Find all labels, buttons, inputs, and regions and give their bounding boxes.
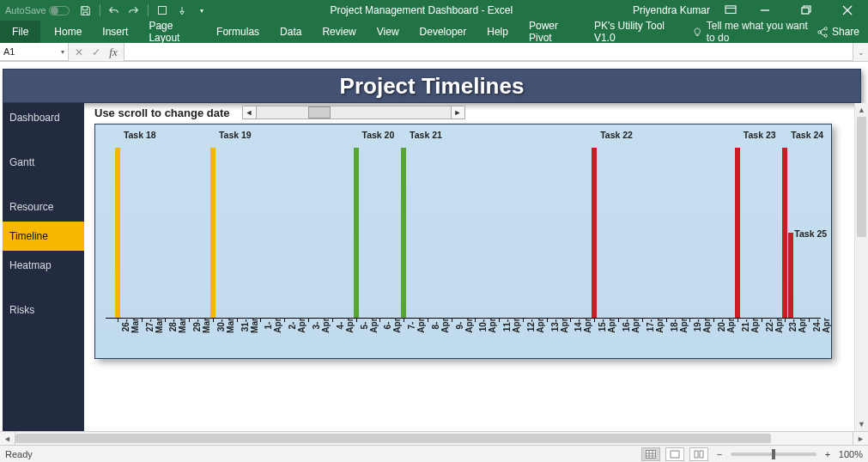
xtick-mark <box>118 319 118 322</box>
xtick-mark <box>284 319 285 322</box>
autosave-pill <box>49 6 70 15</box>
tell-me-search[interactable]: Tell me what you want to do <box>693 20 809 44</box>
xtick-mark <box>308 319 309 322</box>
timeline-chart: 26-Mar27-Mar28-Mar29-Mar30-Mar31-Mar1-Ap… <box>94 124 832 359</box>
timeline-bar-label: Task 25 <box>794 228 827 239</box>
sidebar-item-resource[interactable]: Resource <box>3 192 84 222</box>
view-page-layout-icon[interactable] <box>665 447 684 461</box>
vertical-scroll-thumb[interactable] <box>857 117 866 237</box>
sidebar-item-risks[interactable]: Risks <box>3 295 84 340</box>
autosave-toggle[interactable]: AutoSave <box>5 5 75 15</box>
tab-pk-utility[interactable]: PK's Utility Tool V1.0 <box>584 21 681 43</box>
tab-view[interactable]: View <box>367 21 410 43</box>
name-box[interactable]: A1 ▾ <box>0 43 69 61</box>
xtick-label: 16-Apr <box>622 317 640 334</box>
scroll-down-icon[interactable]: ▼ <box>855 417 868 431</box>
sidebar-item-timeline[interactable]: Timeline <box>3 222 84 251</box>
tab-power-pivot[interactable]: Power Pivot <box>519 21 584 43</box>
tab-formulas[interactable]: Formulas <box>206 21 270 43</box>
xtick-mark <box>332 319 333 322</box>
lightbulb-icon <box>693 27 701 38</box>
vertical-scrollbar[interactable]: ▲ ▼ <box>854 103 868 431</box>
formula-bar: A1 ▾ ✕ ✓ fx ⌄ <box>0 43 868 62</box>
sidebar-item-heatmap[interactable]: Heatmap <box>3 251 84 295</box>
xtick-mark <box>237 319 238 322</box>
touch-mode-icon[interactable] <box>173 2 191 19</box>
xtick-mark <box>737 319 738 322</box>
tab-home[interactable]: Home <box>44 21 92 43</box>
tab-data[interactable]: Data <box>270 21 312 43</box>
qa-icon-1[interactable] <box>154 2 171 19</box>
zoom-label: 100% <box>839 449 863 459</box>
xtick-label: 30-Mar <box>216 317 235 334</box>
date-scroll-right-icon[interactable]: ► <box>451 106 464 119</box>
xtick-mark <box>475 319 476 322</box>
xtick-label: 27-Mar <box>145 317 164 334</box>
fx-icon[interactable]: fx <box>105 44 122 61</box>
ribbon-display-icon[interactable] <box>720 0 741 21</box>
undo-icon[interactable] <box>106 2 123 19</box>
xtick-mark <box>762 319 762 322</box>
chart-plot-area: 26-Mar27-Mar28-Mar29-Mar30-Mar31-Mar1-Ap… <box>106 149 821 319</box>
view-normal-icon[interactable] <box>641 447 660 461</box>
view-page-break-icon[interactable] <box>689 447 708 461</box>
redo-icon[interactable] <box>125 2 143 19</box>
file-tab[interactable]: File <box>0 21 40 43</box>
formula-expand-icon[interactable]: ⌄ <box>853 43 868 61</box>
xtick-label: 17-Apr <box>646 317 665 334</box>
scroll-instruction: Use scroll to change date <box>94 106 230 119</box>
zoom-in-icon[interactable]: + <box>822 449 834 459</box>
xtick-label: 26-Mar <box>121 317 140 334</box>
date-scrollbar[interactable]: ◄ ► <box>242 106 465 119</box>
xtick-mark <box>404 319 404 322</box>
name-box-dropdown-icon[interactable]: ▾ <box>61 48 64 56</box>
svg-rect-0 <box>158 7 166 15</box>
scroll-up-icon[interactable]: ▲ <box>855 103 868 117</box>
hscroll-track[interactable] <box>15 432 853 445</box>
xtick-label: 31-Mar <box>240 317 259 334</box>
tab-developer[interactable]: Developer <box>410 21 477 43</box>
workspace: Project Timelines Dashboard Gantt Resour… <box>0 62 868 431</box>
minimize-icon[interactable] <box>748 0 782 21</box>
share-button[interactable]: Share <box>809 26 868 38</box>
qa-dropdown-icon[interactable]: ▾ <box>193 2 210 19</box>
date-scroll-thumb[interactable] <box>308 106 331 119</box>
svg-rect-2 <box>802 8 809 14</box>
tab-review[interactable]: Review <box>312 21 366 43</box>
close-icon[interactable] <box>830 0 865 21</box>
timeline-bar-label: Task 19 <box>219 130 252 140</box>
save-icon[interactable] <box>77 2 94 19</box>
status-bar: Ready − + 100% <box>0 445 868 462</box>
date-scroll-left-icon[interactable]: ◄ <box>243 106 257 119</box>
zoom-out-icon[interactable]: − <box>713 449 725 459</box>
xtick-label: 9-Apr <box>455 317 474 334</box>
hscroll-thumb[interactable] <box>15 434 771 443</box>
xtick-label: 15-Apr <box>598 317 616 334</box>
enter-icon[interactable]: ✓ <box>88 44 105 61</box>
xtick-mark <box>666 319 667 322</box>
zoom-slider[interactable] <box>731 453 816 456</box>
xtick-mark <box>594 319 595 322</box>
share-label: Share <box>832 26 859 38</box>
page-title-banner: Project Timelines <box>3 69 861 103</box>
sidebar-item-gantt[interactable]: Gantt <box>3 148 84 192</box>
svg-rect-6 <box>695 451 698 458</box>
formula-input[interactable] <box>124 43 853 61</box>
sidebar: Dashboard Gantt Resource Timeline Heatma… <box>3 103 84 431</box>
sidebar-item-dashboard[interactable]: Dashboard <box>3 103 84 148</box>
user-name[interactable]: Priyendra Kumar <box>633 4 710 16</box>
tab-insert[interactable]: Insert <box>92 21 138 43</box>
cancel-icon[interactable]: ✕ <box>70 44 88 61</box>
zoom-knob[interactable] <box>772 449 775 459</box>
hscroll-left-icon[interactable]: ◄ <box>0 432 15 445</box>
tab-page-layout[interactable]: Page Layout <box>138 21 206 43</box>
horizontal-scrollbar[interactable]: ◄ ► <box>0 431 868 445</box>
maximize-icon[interactable] <box>789 0 823 21</box>
autosave-label: AutoSave <box>5 5 46 15</box>
date-scroll-track[interactable] <box>257 106 451 119</box>
hscroll-right-icon[interactable]: ► <box>853 432 868 445</box>
timeline-bar <box>115 148 120 318</box>
xtick-label: 18-Apr <box>670 317 689 334</box>
xtick-mark <box>499 319 500 322</box>
tab-help[interactable]: Help <box>476 21 519 43</box>
